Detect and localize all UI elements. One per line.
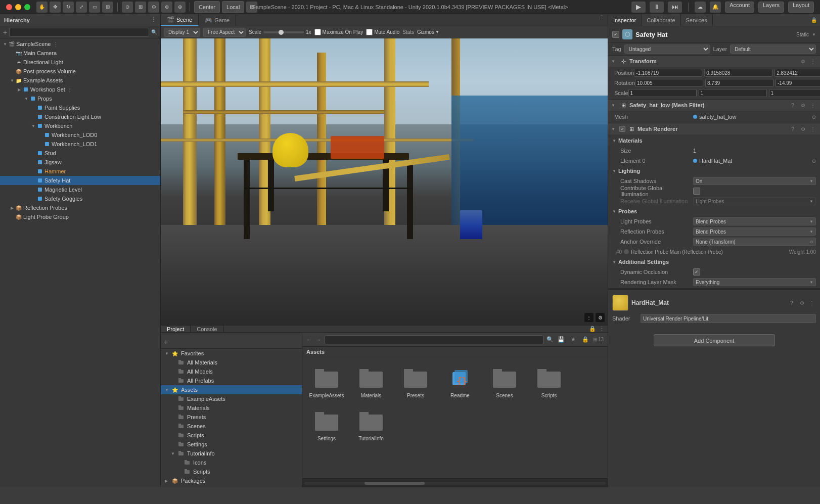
close-button[interactable] — [6, 4, 12, 10]
scale-track[interactable] — [263, 31, 304, 33]
hierarchy-item-paint-supplies[interactable]: Paint Supplies — [0, 103, 160, 112]
pivot-local-toggle[interactable]: Local — [222, 1, 244, 13]
move-tool[interactable]: ✥ — [50, 2, 61, 13]
project-tree-item-example-assets-folder[interactable]: ExampleAssets — [161, 394, 302, 403]
hierarchy-item-workbench[interactable]: ▼Workbench — [0, 121, 160, 130]
add-icon[interactable]: + — [3, 28, 7, 36]
pos-x-input[interactable] — [634, 69, 702, 77]
proj-back-icon[interactable]: ← — [306, 336, 312, 343]
transform-header[interactable]: ▼ ⊹ Transform ⚙ ⋮ — [608, 56, 820, 67]
inspector-lock-icon[interactable]: 🔒 — [811, 17, 817, 23]
asset-item-tutorialinfo[interactable]: TutorialInfo — [351, 404, 391, 443]
aspect-select[interactable]: Free Aspect — [203, 28, 246, 37]
lighting-section[interactable]: ▼ Lighting — [608, 166, 820, 176]
asset-item-scripts[interactable]: Scripts — [529, 361, 569, 400]
hierarchy-item-sample-scene[interactable]: ▼🎬SampleScene⋮ — [0, 39, 160, 49]
project-tree-item-tutorial-info-folder[interactable]: ▼TutorialInfo — [161, 449, 302, 458]
tab-scene[interactable]: 🎬 Scene — [161, 14, 199, 26]
project-tree-item-all-prefabs[interactable]: All Prefabs — [161, 376, 302, 385]
project-tree-item-scenes-folder[interactable]: Scenes — [161, 422, 302, 431]
custom-tool2[interactable]: ⊞ — [135, 2, 146, 13]
layout-button[interactable]: Layout — [788, 2, 814, 13]
mesh-filter-header[interactable]: ▼ ⊞ Safety_hat_low (Mesh Filter) ? ⚙ ⋮ — [608, 100, 820, 111]
mesh-renderer-enable-checkbox[interactable]: ✓ — [619, 126, 625, 132]
proj-add-icon[interactable]: + — [164, 338, 168, 346]
project-tree-item-packages[interactable]: ▶📦Packages — [161, 476, 302, 485]
hierarchy-item-magnetic-level[interactable]: Magnetic Level — [0, 185, 160, 194]
asset-item-exampleassets[interactable]: ExampleAssets — [306, 361, 347, 400]
hierarchy-item-workbench-lod1[interactable]: Workbench_LOD1 — [0, 140, 160, 149]
tab-services[interactable]: Services — [681, 14, 713, 26]
transform-menu-icon[interactable]: ⋮ — [809, 57, 817, 65]
tab-collaborate[interactable]: Collaborate — [642, 14, 680, 26]
project-tree-item-scripts-folder[interactable]: Scripts — [161, 431, 302, 440]
project-tree-item-all-materials[interactable]: All Materials — [161, 358, 302, 367]
hierarchy-item-light-probe-group[interactable]: 📦Light Probe Group — [0, 212, 160, 221]
proj-save-icon[interactable]: 💾 — [557, 335, 566, 344]
project-tab-dots[interactable]: ⋮ — [599, 326, 605, 332]
scale-tool[interactable]: ⤢ — [76, 2, 87, 13]
light-probes-dropdown[interactable]: Blend Probes ▼ — [693, 217, 816, 225]
account-button[interactable]: Account — [725, 2, 754, 13]
project-tree-item-assets[interactable]: ▼⭐Assets — [161, 385, 302, 394]
step-button[interactable]: ⏭ — [668, 2, 682, 13]
shader-value[interactable]: Universal Render Pipeline/Lit — [641, 314, 816, 323]
project-search[interactable] — [325, 335, 543, 344]
hierarchy-item-construction-light-low[interactable]: Construction Light Low — [0, 112, 160, 121]
hierarchy-item-stud[interactable]: Stud — [0, 149, 160, 158]
hierarchy-item-hammer[interactable]: Hammer — [0, 167, 160, 176]
add-component-button[interactable]: Add Component — [654, 334, 775, 346]
hierarchy-item-safety-hat[interactable]: Safety Hat — [0, 176, 160, 185]
hierarchy-menu[interactable]: ⋮ — [151, 17, 156, 23]
maximize-checkbox[interactable] — [314, 29, 321, 35]
maximize-play-toggle[interactable]: Maximize On Play — [314, 29, 363, 35]
hand-tool[interactable]: ✋ — [36, 2, 48, 13]
custom-tool4[interactable]: ⊕ — [161, 2, 172, 13]
hierarchy-item-post-process-volume[interactable]: 📦Post-process Volume — [0, 67, 160, 76]
tab-project[interactable]: Project — [161, 326, 191, 332]
scene-settings[interactable]: ⚙ — [596, 313, 605, 322]
rotate-tool[interactable]: ↻ — [63, 2, 74, 13]
custom-tool3[interactable]: ⚙ — [148, 2, 159, 13]
mesh-renderer-settings-icon[interactable]: ⚙ — [799, 125, 807, 133]
window-controls[interactable] — [6, 4, 30, 10]
cloud-icon[interactable]: 🔔 — [710, 2, 721, 13]
materials-section[interactable]: ▼ Materials — [608, 135, 820, 146]
probes-section[interactable]: ▼ Probes — [608, 206, 820, 216]
additional-settings-section[interactable]: ▼ Additional Settings — [608, 257, 820, 267]
pause-button[interactable]: ⏸ — [650, 2, 664, 13]
layer-select[interactable]: Default — [730, 44, 816, 54]
material-menu-icon[interactable]: ⋮ — [808, 299, 816, 307]
proj-forward-icon[interactable]: → — [315, 336, 322, 343]
custom-tool1[interactable]: ⊙ — [122, 2, 133, 13]
hierarchy-search[interactable] — [9, 28, 149, 37]
tag-select[interactable]: Untagged — [624, 44, 710, 54]
hierarchy-item-main-camera[interactable]: 📷Main Camera — [0, 49, 160, 58]
reflection-probes-dropdown[interactable]: Blend Probes ▼ — [693, 227, 816, 236]
hierarchy-item-menu-icon[interactable]: ⋮ — [53, 41, 58, 47]
pivot-center-toggle[interactable]: Center — [194, 1, 220, 13]
mesh-renderer-help-icon[interactable]: ? — [789, 125, 797, 133]
object-active-checkbox[interactable]: ✓ — [612, 31, 619, 38]
dynamic-occlusion-checkbox[interactable]: ✓ — [693, 268, 700, 276]
scene-dots-button[interactable]: ⋮ — [584, 313, 594, 322]
project-tree-item-scripts-sub-folder[interactable]: Scripts — [161, 467, 302, 476]
anchor-override-dropdown[interactable]: None (Transform) ⊙ — [693, 238, 816, 246]
hierarchy-item-safety-goggles[interactable]: Safety Goggles — [0, 194, 160, 203]
mesh-renderer-menu-icon[interactable]: ⋮ — [809, 125, 817, 133]
pos-y-input[interactable] — [704, 69, 772, 77]
scale-z-input[interactable] — [769, 89, 820, 97]
mesh-pick-icon[interactable]: ⊙ — [812, 114, 816, 120]
maximize-button[interactable] — [24, 4, 30, 10]
scene-viewport[interactable]: ⋮ ⚙ — [161, 38, 608, 325]
rendering-mask-dropdown[interactable]: Everything ▼ — [693, 278, 816, 286]
scrollbar-thumb[interactable] — [365, 482, 425, 485]
play-button[interactable]: ▶ — [631, 2, 646, 13]
mute-checkbox[interactable] — [366, 29, 373, 35]
hierarchy-item-jigsaw[interactable]: Jigsaw — [0, 158, 160, 167]
hierarchy-item-reflection-probes[interactable]: ▶📦Reflection Probes — [0, 203, 160, 212]
proj-lock-icon[interactable]: 🔒 — [581, 335, 590, 344]
project-tree-item-favorites[interactable]: ▼⭐Favorites — [161, 349, 302, 358]
custom-tool5[interactable]: ⊛ — [174, 2, 186, 13]
tab-game[interactable]: 🎮 Game — [199, 14, 236, 26]
